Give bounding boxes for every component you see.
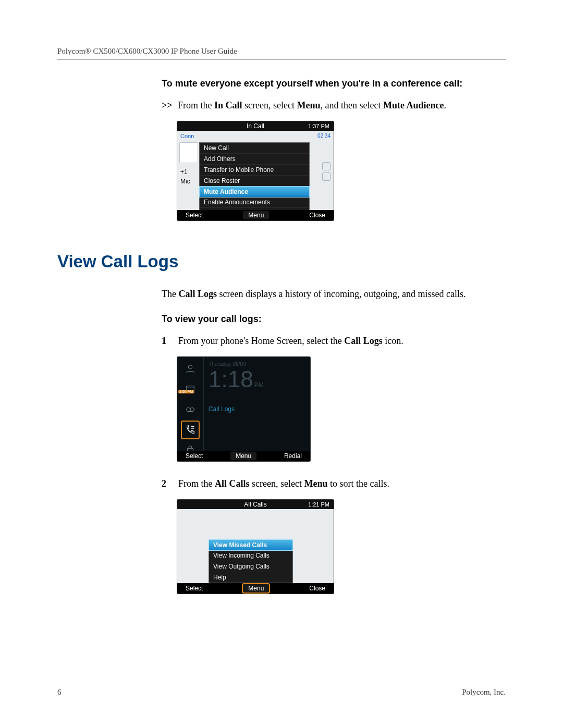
sidebar: 2:00 PM bbox=[177, 357, 204, 451]
clock: 1:18PM bbox=[209, 368, 305, 391]
intro-text: The bbox=[162, 289, 178, 299]
softkey-select[interactable]: Select bbox=[186, 585, 203, 592]
step-text: icon. bbox=[383, 336, 403, 346]
menu-item-enableann[interactable]: Enable Announcements bbox=[200, 197, 309, 208]
figure-incall: In Call 1:37 PM Conn 02:34 +1 Mic New Ca… bbox=[177, 121, 506, 220]
page-footer: 6 Polycom, Inc. bbox=[57, 688, 506, 697]
phone-header: In Call 1:37 PM bbox=[177, 121, 334, 131]
call-duration: 02:34 bbox=[317, 133, 331, 139]
step-number: 1 bbox=[162, 334, 169, 348]
context-menu: New Call Add Others Transfer to Mobile P… bbox=[199, 142, 310, 219]
svg-point-3 bbox=[190, 408, 194, 412]
step-text: , and then select bbox=[321, 100, 383, 110]
softkey-close[interactable]: Close bbox=[309, 585, 325, 592]
step-mute: >> From the In Call screen, select Menu,… bbox=[162, 98, 506, 112]
clock-pm: PM bbox=[254, 381, 264, 389]
intro-text: screen displays a history of incoming, o… bbox=[217, 289, 466, 299]
menu-item-transfer[interactable]: Transfer to Mobile Phone bbox=[200, 165, 309, 176]
intro-bold: Call Logs bbox=[178, 289, 217, 299]
task-mute-heading: To mute everyone except yourself when yo… bbox=[162, 78, 506, 89]
softkey-redial[interactable]: Redial bbox=[284, 452, 302, 460]
phone-icon bbox=[322, 162, 331, 170]
step-text: From your phone's Home Screen, select th… bbox=[178, 336, 344, 346]
menu-item-closeroster[interactable]: Close Roster bbox=[200, 176, 309, 187]
calendar-icon[interactable] bbox=[182, 381, 199, 398]
menu-item-help[interactable]: Help bbox=[209, 572, 292, 583]
figure-home: 2:00 PM Thursday, 06/09 1:18PM Call Logs… bbox=[177, 357, 506, 461]
svg-point-2 bbox=[187, 408, 190, 412]
main-area: Thursday, 06/09 1:18PM Call Logs bbox=[203, 357, 310, 451]
step-bold-menu: Menu bbox=[304, 478, 327, 489]
phone-body: View Missed Calls View Incoming Calls Vi… bbox=[177, 509, 334, 583]
phone-incall: In Call 1:37 PM Conn 02:34 +1 Mic New Ca… bbox=[177, 121, 334, 220]
step-bold-menu: Menu bbox=[297, 100, 321, 110]
menu-item-incoming[interactable]: View Incoming Calls bbox=[209, 550, 292, 561]
figure-allcalls: All Calls 1:21 PM View Missed Calls View… bbox=[177, 500, 506, 594]
step-text: From the bbox=[178, 478, 215, 489]
softkey-bar: Select Menu Redial bbox=[177, 451, 310, 461]
menu-item-addothers[interactable]: Add Others bbox=[200, 154, 309, 165]
section-title: View Call Logs bbox=[57, 252, 506, 272]
softkey-select[interactable]: Select bbox=[186, 212, 203, 219]
softkey-bar: Select Menu Close bbox=[177, 583, 334, 594]
menu-item-newcall[interactable]: New Call bbox=[200, 143, 309, 154]
menu-item-outgoing[interactable]: View Outgoing Calls bbox=[209, 561, 292, 572]
svg-point-0 bbox=[188, 365, 192, 369]
time-chip: 2:00 PM bbox=[178, 390, 194, 393]
step-text: From the bbox=[178, 100, 214, 110]
step-body: From the All Calls screen, select Menu t… bbox=[178, 477, 389, 490]
step-1: 1 From your phone's Home Screen, select … bbox=[162, 334, 506, 348]
running-header: Polycom® CX500/CX600/CX3000 IP Phone Use… bbox=[57, 47, 506, 60]
softkey-select[interactable]: Select bbox=[186, 452, 203, 460]
step-body: From your phone's Home Screen, select th… bbox=[178, 334, 403, 348]
step-text: screen, select bbox=[250, 478, 304, 489]
phone-title: All Calls bbox=[244, 501, 266, 508]
phone-time: 1:37 PM bbox=[308, 123, 329, 129]
context-menu: View Missed Calls View Incoming Calls Vi… bbox=[209, 539, 293, 583]
step-2: 2 From the All Calls screen, select Menu… bbox=[162, 477, 506, 490]
phone-home: 2:00 PM Thursday, 06/09 1:18PM Call Logs… bbox=[177, 357, 310, 461]
step-bold-allcalls: All Calls bbox=[215, 478, 250, 489]
calllogs-label: Call Logs bbox=[209, 405, 305, 413]
step-bold-incall: In Call bbox=[214, 100, 242, 110]
softkey-menu[interactable]: Menu bbox=[243, 584, 269, 593]
mic-label: Mic bbox=[180, 178, 190, 185]
task-viewlogs-heading: To view your call logs: bbox=[162, 314, 506, 325]
softkey-bar: Select Menu Close bbox=[177, 210, 334, 220]
menu-item-muteaudience[interactable]: Mute Audience bbox=[199, 186, 310, 198]
page-number: 6 bbox=[57, 688, 62, 697]
step-bold-mute: Mute Audience bbox=[383, 100, 444, 110]
company-name: Polycom, Inc. bbox=[462, 688, 506, 697]
softkey-close[interactable]: Close bbox=[309, 212, 325, 219]
contacts-icon[interactable] bbox=[182, 361, 199, 377]
step-text: screen, select bbox=[242, 100, 297, 110]
voicemail-icon[interactable] bbox=[182, 401, 199, 418]
avatar-icon bbox=[179, 142, 198, 163]
step-bold-calllogs: Call Logs bbox=[344, 336, 383, 346]
clock-time: 1:18 bbox=[209, 366, 253, 392]
menu-item-missed[interactable]: View Missed Calls bbox=[209, 539, 293, 551]
phone-title: In Call bbox=[247, 122, 264, 130]
calllogs-icon[interactable] bbox=[182, 422, 199, 438]
plus-label: +1 bbox=[180, 168, 188, 176]
phone-body: 2:00 PM Thursday, 06/09 1:18PM Call Logs bbox=[177, 357, 310, 451]
softkey-menu[interactable]: Menu bbox=[243, 211, 269, 219]
conn-label: Conn bbox=[180, 133, 194, 139]
phone-time: 1:21 PM bbox=[308, 501, 329, 508]
step-text: to sort the calls. bbox=[327, 478, 389, 489]
step-lead: >> bbox=[162, 100, 173, 110]
phone-body: Conn 02:34 +1 Mic New Call Add Others Tr… bbox=[177, 131, 334, 210]
softkey-menu[interactable]: Menu bbox=[230, 452, 256, 460]
phone-icon bbox=[322, 172, 331, 181]
phone-header: All Calls 1:21 PM bbox=[177, 500, 334, 509]
step-text: . bbox=[444, 100, 446, 110]
step-number: 2 bbox=[162, 477, 169, 490]
intro-paragraph: The Call Logs screen displays a history … bbox=[162, 287, 506, 301]
phone-allcalls: All Calls 1:21 PM View Missed Calls View… bbox=[177, 500, 334, 594]
